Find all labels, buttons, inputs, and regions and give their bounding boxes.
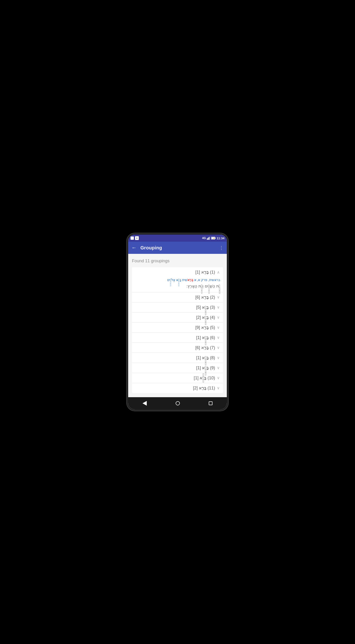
grouping-item-4: ∨ (4) בָּרָ֖א [2] bbox=[132, 312, 223, 322]
status-bar-right: 4G ⚡ 11:34 bbox=[202, 236, 224, 240]
grouping-label-9: (9) בָּרָ֧א [1] bbox=[133, 365, 215, 370]
sim1-icon bbox=[131, 236, 134, 240]
grouping-row-2: ∨ (2) בָּרָא [6] bbox=[132, 292, 223, 302]
grouping-label-8: (8) בָּרָ֤א [1] bbox=[133, 355, 215, 360]
link-text-before: בראשית, פרק א, א bbox=[193, 278, 220, 282]
home-nav-button[interactable] bbox=[176, 401, 180, 406]
grouping-row-10: ∨ (10) בָּרָ֨א [1] bbox=[132, 373, 223, 383]
chevron-up-1[interactable]: ∧ bbox=[215, 270, 222, 274]
grouping-item-5: ∨ (5) בָּרָא [9] bbox=[132, 322, 223, 333]
back-nav-button[interactable] bbox=[143, 401, 147, 406]
grouping-item-1: ∧ (1) בָּרָא [1] בראשית, פרק א, א בְּרֵא… bbox=[132, 267, 223, 292]
sim2-icon: A bbox=[135, 236, 139, 240]
battery-icon: ⚡ bbox=[211, 237, 216, 240]
svg-rect-5 bbox=[215, 238, 216, 239]
chevron-down-7[interactable]: ∨ bbox=[215, 345, 222, 350]
grouping-label-6: (6) בָּרָ֥א [1] bbox=[133, 335, 215, 340]
chevron-down-9[interactable]: ∨ bbox=[215, 366, 222, 370]
grouping-label-1: (1) בָּרָא [1] bbox=[133, 270, 215, 275]
phone-frame: A 4G ⚡ 11:34 ← Grouping ⋮ Found 11 gro bbox=[128, 234, 227, 410]
app-bar: ← Grouping ⋮ bbox=[128, 242, 227, 254]
grouping-row-5: ∨ (5) בָּרָא [9] bbox=[132, 322, 223, 332]
svg-rect-3 bbox=[210, 236, 210, 240]
time-label: 11:34 bbox=[217, 236, 224, 240]
grouping-label-11: (11) בָּרָא [2] bbox=[133, 386, 215, 390]
grouping-row-3: ∨ (3) בָּרָ֣א [5] bbox=[132, 302, 223, 312]
back-button[interactable]: ← bbox=[132, 245, 137, 251]
expanded-content-1: בראשית, פרק א, א בְּרֵאשִׁית בָּרָ֣א אֱל… bbox=[132, 277, 223, 292]
grouping-item-7: ∨ (7) בָּרָא [6] bbox=[132, 343, 223, 353]
recent-nav-button[interactable] bbox=[209, 402, 212, 405]
grouping-row-4: ∨ (4) בָּרָ֖א [2] bbox=[132, 312, 223, 322]
grouping-item-9: ∨ (9) בָּרָ֧א [1] bbox=[132, 363, 223, 373]
grouping-list: ∧ (1) בָּרָא [1] בראשית, פרק א, א בְּרֵא… bbox=[132, 267, 223, 393]
link-text-red: בְּרֵא bbox=[187, 278, 193, 282]
content-area: Found 11 groupings ∧ (1) בָּרָא [1] בראש… bbox=[128, 254, 227, 397]
grouping-label-7: (7) בָּרָא [6] bbox=[133, 345, 215, 350]
grouping-label-5: (5) בָּרָא [9] bbox=[133, 325, 215, 330]
chevron-down-10[interactable]: ∨ bbox=[215, 376, 222, 380]
grouping-label-2: (2) בָּרָא [6] bbox=[133, 295, 215, 300]
nav-bar bbox=[128, 397, 227, 410]
status-bar-left: A bbox=[131, 236, 139, 240]
grouping-item-3: ∨ (3) בָּרָ֣א [5] bbox=[132, 302, 223, 312]
grouping-item-11: ∨ (11) בָּרָא [2] bbox=[132, 383, 223, 393]
link-text-after: שִׁית בָּרָ֣א אֱלֹהִ֑ים bbox=[167, 278, 187, 282]
back-nav-icon bbox=[143, 401, 147, 406]
svg-rect-2 bbox=[209, 237, 209, 240]
grouping-label-4: (4) בָּרָ֖א [2] bbox=[133, 315, 215, 320]
chevron-down-5[interactable]: ∨ bbox=[215, 325, 222, 330]
status-bar: A 4G ⚡ 11:34 bbox=[128, 234, 227, 242]
home-nav-icon bbox=[176, 401, 180, 406]
app-title: Grouping bbox=[140, 245, 219, 250]
chevron-down-3[interactable]: ∨ bbox=[215, 305, 222, 310]
expanded-verse-1: אֵ֥ת הַשָּׁמַ֖יִם וְאֵ֥ת הָאָֽרֶץ׃ bbox=[135, 283, 220, 289]
chevron-down-11[interactable]: ∨ bbox=[215, 386, 222, 390]
grouping-row-6: ∨ (6) בָּרָ֥א [1] bbox=[132, 333, 223, 342]
recent-nav-icon bbox=[209, 402, 212, 405]
signal-icon bbox=[207, 236, 210, 240]
grouping-label-3: (3) בָּרָ֣א [5] bbox=[133, 305, 215, 310]
grouping-item-6: ∨ (6) בָּרָ֥א [1] bbox=[132, 333, 223, 343]
grouping-item-8: ∨ (8) בָּרָ֤א [1] bbox=[132, 353, 223, 363]
grouping-item-10: ∨ (10) בָּרָ֨א [1] bbox=[132, 373, 223, 383]
svg-text:⚡: ⚡ bbox=[213, 238, 215, 240]
chevron-down-8[interactable]: ∨ bbox=[215, 356, 222, 360]
grouping-row-8: ∨ (8) בָּרָ֤א [1] bbox=[132, 353, 223, 363]
chevron-down-2[interactable]: ∨ bbox=[215, 295, 222, 299]
expanded-link-1[interactable]: בראשית, פרק א, א בְּרֵאשִׁית בָּרָ֣א אֱל… bbox=[135, 278, 220, 282]
grouping-row-9: ∨ (9) בָּרָ֧א [1] bbox=[132, 363, 223, 373]
grouping-row-1: ∧ (1) בָּרָא [1] bbox=[132, 267, 223, 277]
grouping-row-11: ∨ (11) בָּרָא [2] bbox=[132, 383, 223, 393]
chevron-down-4[interactable]: ∨ bbox=[215, 315, 222, 320]
grouping-label-10: (10) בָּרָ֨א [1] bbox=[133, 375, 215, 380]
grouping-item-2: ∨ (2) בָּרָא [6] bbox=[132, 292, 223, 302]
chevron-down-6[interactable]: ∨ bbox=[215, 335, 222, 340]
svg-rect-1 bbox=[208, 238, 208, 240]
signal-label: 4G bbox=[202, 236, 206, 240]
grouping-row-7: ∨ (7) בָּרָא [6] bbox=[132, 343, 223, 352]
svg-rect-0 bbox=[207, 238, 208, 240]
found-text: Found 11 groupings bbox=[132, 258, 223, 264]
menu-button[interactable]: ⋮ bbox=[219, 245, 223, 250]
